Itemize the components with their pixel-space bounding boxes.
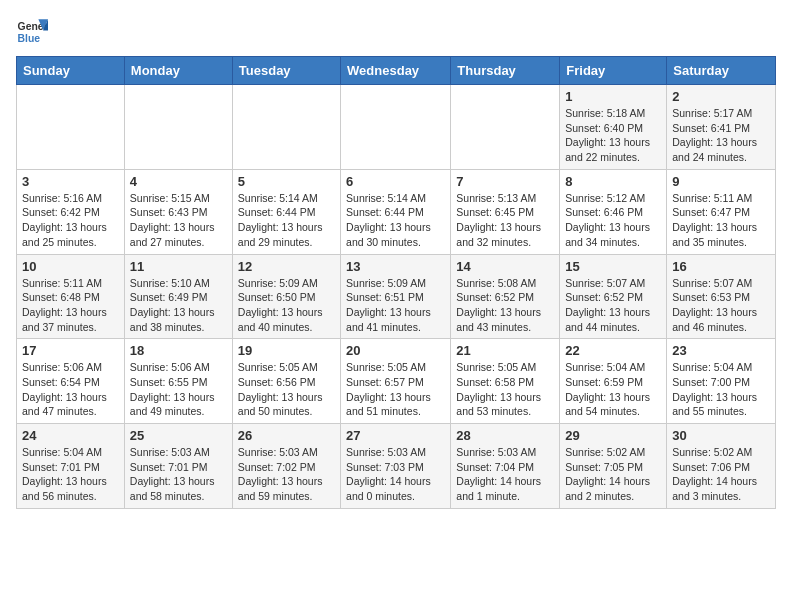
day-info: Sunrise: 5:05 AM Sunset: 6:56 PM Dayligh…: [238, 360, 335, 419]
day-cell: 7Sunrise: 5:13 AM Sunset: 6:45 PM Daylig…: [451, 169, 560, 254]
day-info: Sunrise: 5:11 AM Sunset: 6:48 PM Dayligh…: [22, 276, 119, 335]
day-info: Sunrise: 5:03 AM Sunset: 7:02 PM Dayligh…: [238, 445, 335, 504]
week-row-0: 1Sunrise: 5:18 AM Sunset: 6:40 PM Daylig…: [17, 85, 776, 170]
day-cell: 15Sunrise: 5:07 AM Sunset: 6:52 PM Dayli…: [560, 254, 667, 339]
day-number: 17: [22, 343, 119, 358]
header: General Blue: [16, 16, 776, 48]
day-info: Sunrise: 5:09 AM Sunset: 6:50 PM Dayligh…: [238, 276, 335, 335]
day-cell: 11Sunrise: 5:10 AM Sunset: 6:49 PM Dayli…: [124, 254, 232, 339]
day-cell: 13Sunrise: 5:09 AM Sunset: 6:51 PM Dayli…: [341, 254, 451, 339]
logo-icon: General Blue: [16, 16, 48, 48]
day-info: Sunrise: 5:13 AM Sunset: 6:45 PM Dayligh…: [456, 191, 554, 250]
day-number: 1: [565, 89, 661, 104]
day-number: 16: [672, 259, 770, 274]
day-info: Sunrise: 5:04 AM Sunset: 7:01 PM Dayligh…: [22, 445, 119, 504]
day-info: Sunrise: 5:16 AM Sunset: 6:42 PM Dayligh…: [22, 191, 119, 250]
day-cell: 10Sunrise: 5:11 AM Sunset: 6:48 PM Dayli…: [17, 254, 125, 339]
day-info: Sunrise: 5:12 AM Sunset: 6:46 PM Dayligh…: [565, 191, 661, 250]
day-cell: 16Sunrise: 5:07 AM Sunset: 6:53 PM Dayli…: [667, 254, 776, 339]
day-number: 20: [346, 343, 445, 358]
day-info: Sunrise: 5:07 AM Sunset: 6:53 PM Dayligh…: [672, 276, 770, 335]
day-info: Sunrise: 5:03 AM Sunset: 7:03 PM Dayligh…: [346, 445, 445, 504]
header-cell-sunday: Sunday: [17, 57, 125, 85]
day-info: Sunrise: 5:10 AM Sunset: 6:49 PM Dayligh…: [130, 276, 227, 335]
day-info: Sunrise: 5:02 AM Sunset: 7:05 PM Dayligh…: [565, 445, 661, 504]
day-cell: [232, 85, 340, 170]
day-info: Sunrise: 5:15 AM Sunset: 6:43 PM Dayligh…: [130, 191, 227, 250]
day-number: 28: [456, 428, 554, 443]
day-cell: 12Sunrise: 5:09 AM Sunset: 6:50 PM Dayli…: [232, 254, 340, 339]
day-info: Sunrise: 5:18 AM Sunset: 6:40 PM Dayligh…: [565, 106, 661, 165]
day-cell: 23Sunrise: 5:04 AM Sunset: 7:00 PM Dayli…: [667, 339, 776, 424]
day-number: 6: [346, 174, 445, 189]
day-cell: 21Sunrise: 5:05 AM Sunset: 6:58 PM Dayli…: [451, 339, 560, 424]
day-number: 9: [672, 174, 770, 189]
day-info: Sunrise: 5:03 AM Sunset: 7:01 PM Dayligh…: [130, 445, 227, 504]
day-cell: [341, 85, 451, 170]
day-cell: 1Sunrise: 5:18 AM Sunset: 6:40 PM Daylig…: [560, 85, 667, 170]
day-info: Sunrise: 5:09 AM Sunset: 6:51 PM Dayligh…: [346, 276, 445, 335]
day-info: Sunrise: 5:08 AM Sunset: 6:52 PM Dayligh…: [456, 276, 554, 335]
day-number: 12: [238, 259, 335, 274]
day-info: Sunrise: 5:06 AM Sunset: 6:54 PM Dayligh…: [22, 360, 119, 419]
day-cell: 24Sunrise: 5:04 AM Sunset: 7:01 PM Dayli…: [17, 424, 125, 509]
day-info: Sunrise: 5:03 AM Sunset: 7:04 PM Dayligh…: [456, 445, 554, 504]
day-cell: 6Sunrise: 5:14 AM Sunset: 6:44 PM Daylig…: [341, 169, 451, 254]
day-info: Sunrise: 5:06 AM Sunset: 6:55 PM Dayligh…: [130, 360, 227, 419]
day-cell: 3Sunrise: 5:16 AM Sunset: 6:42 PM Daylig…: [17, 169, 125, 254]
day-info: Sunrise: 5:11 AM Sunset: 6:47 PM Dayligh…: [672, 191, 770, 250]
day-info: Sunrise: 5:04 AM Sunset: 7:00 PM Dayligh…: [672, 360, 770, 419]
day-number: 29: [565, 428, 661, 443]
header-cell-saturday: Saturday: [667, 57, 776, 85]
day-number: 3: [22, 174, 119, 189]
day-cell: 19Sunrise: 5:05 AM Sunset: 6:56 PM Dayli…: [232, 339, 340, 424]
calendar-header-row: SundayMondayTuesdayWednesdayThursdayFrid…: [17, 57, 776, 85]
header-cell-wednesday: Wednesday: [341, 57, 451, 85]
day-number: 30: [672, 428, 770, 443]
day-info: Sunrise: 5:05 AM Sunset: 6:58 PM Dayligh…: [456, 360, 554, 419]
week-row-2: 10Sunrise: 5:11 AM Sunset: 6:48 PM Dayli…: [17, 254, 776, 339]
day-cell: [451, 85, 560, 170]
day-number: 25: [130, 428, 227, 443]
day-number: 11: [130, 259, 227, 274]
calendar-table: SundayMondayTuesdayWednesdayThursdayFrid…: [16, 56, 776, 509]
day-cell: [124, 85, 232, 170]
day-info: Sunrise: 5:02 AM Sunset: 7:06 PM Dayligh…: [672, 445, 770, 504]
day-number: 13: [346, 259, 445, 274]
day-number: 23: [672, 343, 770, 358]
day-number: 8: [565, 174, 661, 189]
day-cell: 27Sunrise: 5:03 AM Sunset: 7:03 PM Dayli…: [341, 424, 451, 509]
day-info: Sunrise: 5:17 AM Sunset: 6:41 PM Dayligh…: [672, 106, 770, 165]
day-number: 4: [130, 174, 227, 189]
day-cell: 26Sunrise: 5:03 AM Sunset: 7:02 PM Dayli…: [232, 424, 340, 509]
day-cell: 8Sunrise: 5:12 AM Sunset: 6:46 PM Daylig…: [560, 169, 667, 254]
logo: General Blue: [16, 16, 48, 48]
day-info: Sunrise: 5:07 AM Sunset: 6:52 PM Dayligh…: [565, 276, 661, 335]
day-cell: 25Sunrise: 5:03 AM Sunset: 7:01 PM Dayli…: [124, 424, 232, 509]
day-number: 15: [565, 259, 661, 274]
day-number: 26: [238, 428, 335, 443]
day-cell: 22Sunrise: 5:04 AM Sunset: 6:59 PM Dayli…: [560, 339, 667, 424]
day-cell: 9Sunrise: 5:11 AM Sunset: 6:47 PM Daylig…: [667, 169, 776, 254]
header-cell-tuesday: Tuesday: [232, 57, 340, 85]
day-number: 24: [22, 428, 119, 443]
day-cell: 2Sunrise: 5:17 AM Sunset: 6:41 PM Daylig…: [667, 85, 776, 170]
day-cell: 4Sunrise: 5:15 AM Sunset: 6:43 PM Daylig…: [124, 169, 232, 254]
week-row-4: 24Sunrise: 5:04 AM Sunset: 7:01 PM Dayli…: [17, 424, 776, 509]
header-cell-friday: Friday: [560, 57, 667, 85]
day-cell: 29Sunrise: 5:02 AM Sunset: 7:05 PM Dayli…: [560, 424, 667, 509]
day-number: 14: [456, 259, 554, 274]
day-cell: 30Sunrise: 5:02 AM Sunset: 7:06 PM Dayli…: [667, 424, 776, 509]
day-number: 10: [22, 259, 119, 274]
day-cell: 5Sunrise: 5:14 AM Sunset: 6:44 PM Daylig…: [232, 169, 340, 254]
day-number: 18: [130, 343, 227, 358]
day-info: Sunrise: 5:14 AM Sunset: 6:44 PM Dayligh…: [238, 191, 335, 250]
day-cell: 28Sunrise: 5:03 AM Sunset: 7:04 PM Dayli…: [451, 424, 560, 509]
week-row-3: 17Sunrise: 5:06 AM Sunset: 6:54 PM Dayli…: [17, 339, 776, 424]
day-cell: 14Sunrise: 5:08 AM Sunset: 6:52 PM Dayli…: [451, 254, 560, 339]
day-number: 5: [238, 174, 335, 189]
day-cell: 18Sunrise: 5:06 AM Sunset: 6:55 PM Dayli…: [124, 339, 232, 424]
week-row-1: 3Sunrise: 5:16 AM Sunset: 6:42 PM Daylig…: [17, 169, 776, 254]
header-cell-thursday: Thursday: [451, 57, 560, 85]
day-number: 19: [238, 343, 335, 358]
